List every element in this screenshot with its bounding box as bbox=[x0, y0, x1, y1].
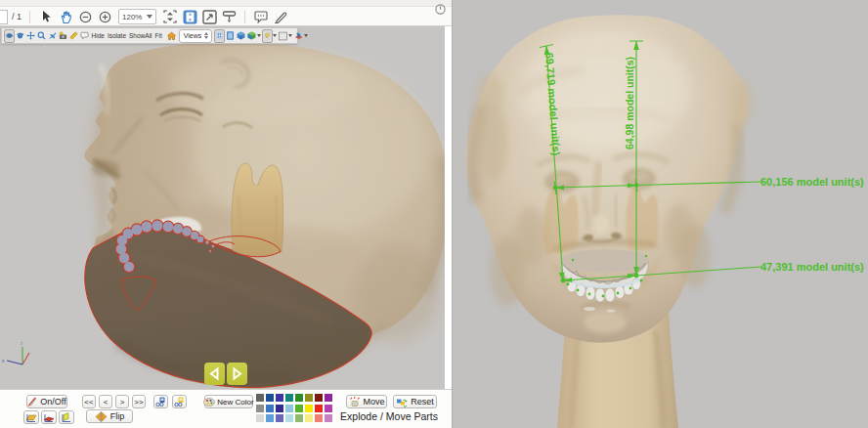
section-step-button[interactable]: << bbox=[82, 395, 96, 408]
zoom-tool-icon[interactable] bbox=[36, 29, 47, 43]
palette-swatch[interactable] bbox=[295, 414, 303, 422]
3d-toolbar: Hide Isolate ShowAll Fit Views bbox=[1, 27, 298, 44]
zoom-out-icon[interactable] bbox=[78, 9, 93, 24]
toolbar-separator bbox=[244, 11, 245, 23]
reset-label: Reset bbox=[411, 397, 434, 407]
measurement-label-right-height: 64,98 model unit(s) bbox=[624, 57, 635, 150]
view-save-2-button[interactable] bbox=[172, 395, 187, 408]
3d-canvas-right[interactable]: 60,156 model unit(s) 47,391 model unit(s… bbox=[452, 0, 868, 428]
presentation-mode-icon[interactable] bbox=[222, 9, 237, 24]
palette-swatch[interactable] bbox=[276, 414, 283, 422]
page-number-input[interactable] bbox=[0, 10, 8, 24]
hide-button[interactable]: Hide bbox=[92, 32, 105, 39]
palette-swatch[interactable] bbox=[315, 414, 323, 422]
palette-swatch[interactable] bbox=[266, 405, 274, 412]
move-button[interactable]: Move bbox=[346, 395, 387, 408]
rotate-tool-icon[interactable] bbox=[4, 29, 15, 43]
section-z-button[interactable] bbox=[59, 410, 74, 424]
app-window: / 1 120% bbox=[0, 0, 868, 428]
render-mode-icon[interactable] bbox=[246, 29, 257, 43]
measure-tool-icon[interactable] bbox=[68, 29, 79, 43]
palette-swatch[interactable] bbox=[256, 405, 264, 412]
svg-text:z: z bbox=[21, 341, 23, 346]
palette-swatch[interactable] bbox=[315, 394, 323, 402]
pdf-viewer-panel: / 1 120% bbox=[0, 0, 452, 428]
3d-canvas-left[interactable]: z x bbox=[0, 26, 445, 389]
onoff-label: On/Off bbox=[40, 397, 65, 407]
views-dropdown[interactable]: Views bbox=[179, 29, 213, 43]
palette-swatch[interactable] bbox=[285, 414, 293, 422]
palette-swatch[interactable] bbox=[256, 394, 264, 402]
measurement-label-upper-width: 60,156 model unit(s) bbox=[760, 176, 864, 188]
status-clock-icon[interactable] bbox=[435, 1, 446, 12]
cross-section-icon[interactable] bbox=[293, 29, 304, 43]
render-mode-caret-icon[interactable] bbox=[257, 34, 261, 37]
explode-move-parts-label: Explode / Move Parts bbox=[330, 410, 448, 422]
palette-swatch[interactable] bbox=[276, 405, 283, 412]
palette-swatch[interactable] bbox=[305, 394, 313, 402]
fullscreen-icon[interactable] bbox=[202, 9, 217, 24]
camera-tool-icon[interactable] bbox=[58, 29, 68, 43]
lighting-icon[interactable] bbox=[262, 29, 273, 43]
next-part-button[interactable] bbox=[227, 363, 247, 385]
move-label: Move bbox=[364, 397, 385, 407]
part-navigation-arrows bbox=[204, 363, 247, 385]
zoom-level-dropdown[interactable]: 120% bbox=[118, 9, 156, 24]
lighting-caret-icon[interactable] bbox=[273, 34, 277, 37]
fly-tool-icon[interactable] bbox=[47, 29, 58, 43]
new-color-label: New Color bbox=[217, 398, 253, 407]
palette-swatch[interactable] bbox=[295, 394, 303, 402]
palette-swatch[interactable] bbox=[266, 394, 274, 402]
projection-icon[interactable] bbox=[236, 29, 246, 43]
page-count-label: / 1 bbox=[12, 12, 22, 21]
fit-page-icon[interactable] bbox=[163, 9, 178, 24]
select-tool-icon[interactable] bbox=[39, 9, 54, 24]
palette-swatch[interactable] bbox=[256, 414, 264, 422]
zoom-caret-icon bbox=[147, 15, 152, 19]
palette-swatch[interactable] bbox=[305, 405, 313, 412]
hand-tool-icon[interactable] bbox=[59, 9, 73, 24]
isolate-button[interactable]: Isolate bbox=[108, 32, 126, 39]
fill-sign-pen-icon[interactable] bbox=[274, 9, 288, 24]
section-y-button[interactable] bbox=[41, 410, 57, 424]
palette-swatch[interactable] bbox=[285, 394, 293, 402]
palette-swatch[interactable] bbox=[295, 405, 303, 412]
cross-section-caret-icon[interactable] bbox=[304, 34, 308, 37]
svg-text:x: x bbox=[2, 359, 5, 364]
comment-tool-icon[interactable] bbox=[254, 9, 269, 24]
head-model-front-view: 60,156 model unit(s) 47,391 model unit(s… bbox=[453, 0, 868, 428]
flip-button[interactable]: Flip bbox=[86, 409, 133, 423]
section-step-button[interactable]: < bbox=[99, 395, 112, 408]
views-stepper-icon bbox=[201, 30, 210, 41]
fit-button[interactable]: Fit bbox=[155, 32, 162, 39]
background-caret-icon[interactable] bbox=[288, 34, 292, 37]
scrolling-mode-icon[interactable] bbox=[183, 9, 197, 24]
section-step-button[interactable]: >> bbox=[132, 395, 146, 408]
palette-swatch[interactable] bbox=[266, 414, 274, 422]
palette-swatch[interactable] bbox=[276, 394, 283, 402]
new-color-button[interactable]: New Color bbox=[204, 395, 253, 408]
palette-swatch[interactable] bbox=[305, 414, 313, 422]
3d-comment-icon[interactable] bbox=[79, 29, 90, 43]
model-tree-icon[interactable] bbox=[214, 29, 225, 43]
palette-swatch[interactable] bbox=[315, 405, 323, 412]
animation-icon[interactable] bbox=[225, 29, 236, 43]
views-dropdown-label: Views bbox=[180, 32, 202, 39]
palette-swatch[interactable] bbox=[325, 394, 332, 402]
axis-gizmo: z x bbox=[2, 341, 29, 364]
pan-tool-icon[interactable] bbox=[25, 29, 36, 43]
pdf-control-bar: On/Off <<<>>> New Color Move Reset bbox=[0, 389, 452, 428]
show-all-button[interactable]: ShowAll bbox=[129, 32, 152, 39]
zoom-in-icon[interactable] bbox=[98, 9, 112, 24]
previous-part-button[interactable] bbox=[204, 363, 225, 385]
section-x-button[interactable] bbox=[23, 410, 39, 424]
view-save-1-button[interactable] bbox=[153, 395, 168, 408]
reset-button[interactable]: Reset bbox=[393, 395, 437, 408]
palette-swatch[interactable] bbox=[285, 405, 293, 412]
section-step-button[interactable]: > bbox=[115, 395, 129, 408]
head-model-side-view: z x bbox=[0, 26, 445, 389]
background-color-icon[interactable] bbox=[278, 29, 288, 43]
spin-tool-icon[interactable] bbox=[15, 29, 25, 43]
section-onoff-button[interactable]: On/Off bbox=[26, 395, 67, 408]
default-view-home-icon[interactable] bbox=[166, 29, 177, 43]
